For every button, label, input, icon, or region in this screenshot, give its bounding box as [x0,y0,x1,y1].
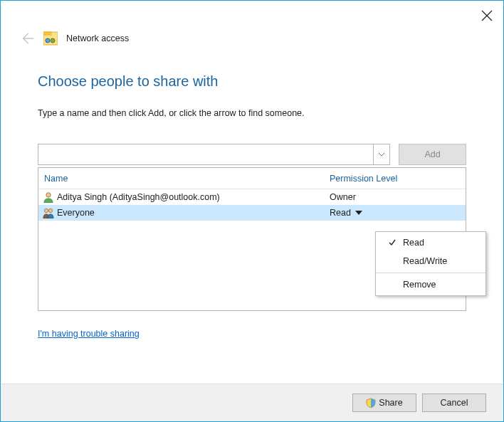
dialog-footer: Share Cancel [1,384,503,421]
menu-item-label: Read [400,238,424,248]
share-button-label: Share [379,398,402,408]
svg-point-8 [48,209,52,212]
svg-point-7 [44,209,48,212]
cancel-button-label: Cancel [441,398,468,408]
name-combobox[interactable] [38,144,390,165]
name-input[interactable] [38,144,373,164]
share-button[interactable]: Share [352,394,416,412]
svg-rect-3 [43,32,51,35]
row-name-cell: Everyone [38,207,327,218]
shield-icon [366,398,376,408]
user-icon [43,191,54,203]
add-button[interactable]: Add [399,144,466,165]
menu-item-read[interactable]: Read [376,233,485,252]
table-header: Name Permission Level [38,168,466,189]
permission-label: Read [330,208,351,218]
page-heading: Choose people to share with [38,73,466,90]
close-button[interactable] [481,9,493,22]
permission-menu: Read Read/Write Remove [375,231,486,296]
caret-down-icon [355,211,362,215]
menu-item-label: Remove [400,280,436,290]
permission-dropdown[interactable]: Read [327,208,466,218]
svg-point-5 [51,38,55,43]
trouble-sharing-link[interactable]: I'm having trouble sharing [38,329,140,339]
dialog-window: Network access Choose people to share wi… [0,0,504,422]
trouble-link-row: I'm having trouble sharing [38,327,466,339]
back-arrow-icon[interactable] [19,31,35,46]
check-icon [384,238,400,247]
svg-point-4 [46,38,50,43]
menu-separator [376,273,485,273]
permission-label: Owner [330,192,356,202]
user-name-label: Everyone [57,208,95,218]
menu-item-label: Read/Write [400,256,447,266]
add-user-row: Add [38,144,466,165]
row-permission-cell: Owner [327,192,466,202]
close-icon [481,9,493,22]
table-row[interactable]: Everyone Read [38,205,466,221]
group-icon [43,207,54,218]
table-row[interactable]: Aditya Singh (AdityaSingh@outlook.com) O… [38,189,466,205]
dialog-header: Network access [1,1,503,46]
svg-point-6 [46,193,51,197]
menu-item-readwrite[interactable]: Read/Write [376,252,485,270]
row-name-cell: Aditya Singh (AdityaSingh@outlook.com) [38,191,327,203]
combobox-dropdown-button[interactable] [373,144,389,164]
column-header-permission[interactable]: Permission Level [327,174,466,184]
folder-share-icon [43,31,58,46]
dialog-title: Network access [66,33,129,43]
instruction-text: Type a name and then click Add, or click… [38,108,466,118]
menu-item-remove[interactable]: Remove [376,275,485,294]
user-name-label: Aditya Singh (AdityaSingh@outlook.com) [57,192,220,202]
chevron-down-icon [378,152,385,157]
cancel-button[interactable]: Cancel [422,394,486,412]
column-header-name[interactable]: Name [38,174,327,184]
